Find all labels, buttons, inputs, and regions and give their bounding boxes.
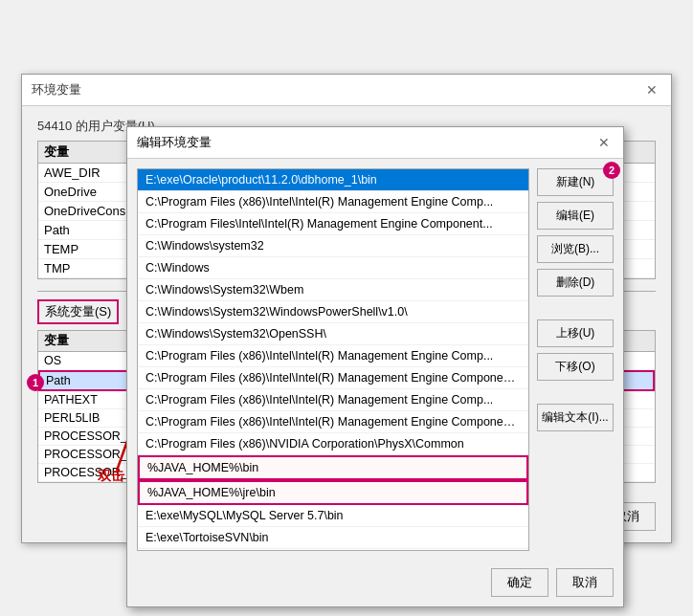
spacer — [537, 302, 614, 314]
list-item[interactable]: C:\Windows — [138, 257, 528, 279]
move-up-button[interactable]: 上移(U) — [537, 319, 614, 347]
path-text: E:\exe\Oracle\product\11.2.0\dbhome_1\bi… — [145, 173, 377, 187]
path-text: C:\Program Files (x86)\Intel\Intel(R) Ma… — [145, 195, 493, 209]
new-button[interactable]: 新建(N) 2 — [537, 168, 614, 196]
path-text: E:\exe\MySQL\MySQL Server 5.7\bin — [145, 509, 344, 522]
path-text: C:\Program Files (x86)\Intel\Intel(R) Ma… — [145, 371, 524, 385]
path-text: C:\Program Files (x86)\Intel\Intel(R) Ma… — [145, 349, 493, 363]
path-text: C:\Program Files\Intel\Intel(R) Manageme… — [145, 217, 493, 231]
inner-title: 编辑环境变量 — [137, 134, 212, 151]
list-item-highlighted[interactable]: %JAVA_HOME%\jre\bin — [138, 480, 528, 505]
list-item[interactable]: C:\Program Files (x86)\Intel\Intel(R) Ma… — [138, 367, 528, 389]
inner-titlebar: 编辑环境变量 ✕ — [127, 127, 623, 159]
edit-button[interactable]: 编辑(E) — [537, 202, 614, 230]
path-text: C:\Windows — [145, 261, 210, 275]
list-item[interactable]: C:\Windows\System32\Wbem — [138, 279, 528, 301]
edit-text-button[interactable]: 编辑文本(I)... — [537, 404, 614, 431]
path-text: %JAVA_HOME%\jre\bin — [147, 486, 276, 499]
move-down-button[interactable]: 下移(O) — [537, 353, 614, 381]
path-text: %JAVA_HOME%\bin — [147, 461, 258, 474]
list-item[interactable]: C:\Windows\System32\OpenSSH\ — [138, 323, 528, 345]
inner-ok-button[interactable]: 确定 — [491, 568, 548, 597]
system-label-text: 系统变量(S) — [45, 304, 111, 319]
inner-content: E:\exe\Oracle\product\11.2.0\dbhome_1\bi… — [127, 159, 623, 561]
path-text: C:\Windows\System32\Wbem — [145, 283, 303, 297]
annotation-badge-1: 1 — [27, 374, 44, 391]
list-item[interactable]: C:\Windows\System32\WindowsPowerShell\v1… — [138, 301, 528, 323]
list-item[interactable]: E:\exe\Oracle\product\11.2.0\dbhome_1\bi… — [138, 169, 528, 191]
spacer — [537, 386, 614, 398]
list-item[interactable]: C:\Program Files (x86)\Intel\Intel(R) Ma… — [138, 191, 528, 213]
list-item[interactable]: %CATALINA_HOME%\bin — [138, 549, 528, 551]
path-text: C:\Program Files (x86)\Intel\Intel(R) Ma… — [145, 393, 493, 407]
list-item[interactable]: C:\Program Files (x86)\Intel\Intel(R) Ma… — [138, 389, 528, 411]
list-item[interactable]: E:\exe\TortoiseSVN\bin — [138, 527, 528, 549]
outer-titlebar: 环境变量 ✕ — [22, 75, 671, 106]
badge-2: 2 — [603, 162, 620, 179]
inner-bottom-buttons: 确定 取消 — [127, 561, 623, 606]
outer-close-button[interactable]: ✕ — [642, 80, 661, 99]
path-text: C:\Windows\System32\WindowsPowerShell\v1… — [145, 305, 408, 319]
browse-button[interactable]: 浏览(B)... — [537, 235, 614, 263]
delete-button[interactable]: 删除(D) — [537, 269, 614, 297]
path-text: C:\Windows\System32\OpenSSH\ — [145, 327, 326, 341]
inner-close-button[interactable]: ✕ — [594, 133, 614, 152]
inner-cancel-button[interactable]: 取消 — [556, 568, 614, 597]
list-item[interactable]: C:\Program Files\Intel\Intel(R) Manageme… — [138, 213, 528, 235]
list-item-highlighted[interactable]: %JAVA_HOME%\bin — [138, 455, 528, 480]
list-item[interactable]: C:\Windows\system32 — [138, 235, 528, 257]
dblclick-annotation: 双击 — [98, 468, 124, 485]
list-item[interactable]: E:\exe\MySQL\MySQL Server 5.7\bin — [138, 505, 528, 527]
outer-title: 环境变量 — [32, 81, 81, 99]
system-section-label: 系统变量(S) — [37, 299, 119, 324]
list-item[interactable]: C:\Program Files (x86)\Intel\Intel(R) Ma… — [138, 345, 528, 367]
path-text: C:\Program Files (x86)\NVIDIA Corporatio… — [145, 437, 464, 451]
path-list[interactable]: E:\exe\Oracle\product\11.2.0\dbhome_1\bi… — [137, 168, 529, 551]
list-item[interactable]: C:\Program Files (x86)\Intel\Intel(R) Ma… — [138, 411, 528, 433]
path-text: C:\Program Files (x86)\Intel\Intel(R) Ma… — [145, 415, 524, 429]
list-item[interactable]: C:\Program Files (x86)\NVIDIA Corporatio… — [138, 433, 528, 455]
path-text: E:\exe\TortoiseSVN\bin — [145, 531, 269, 544]
path-text: C:\Windows\system32 — [145, 239, 264, 253]
side-buttons-panel: 新建(N) 2 编辑(E) 浏览(B)... 删除(D) 上移(U) 下移(O)… — [537, 168, 614, 551]
inner-edit-dialog: 编辑环境变量 ✕ E:\exe\Oracle\product\11.2.0\db… — [126, 126, 624, 607]
